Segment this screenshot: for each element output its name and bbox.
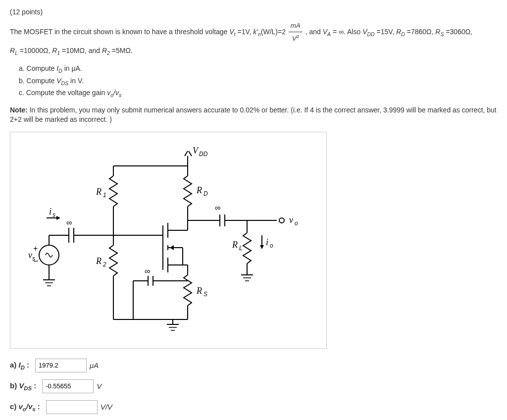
text: V xyxy=(292,35,297,42)
text: =10MΩ, and xyxy=(60,47,102,54)
svg-text:R: R xyxy=(96,187,101,197)
text: , and xyxy=(305,28,323,36)
svg-text:R: R xyxy=(96,256,101,266)
text: a) xyxy=(10,361,16,369)
unit: μA xyxy=(90,361,99,369)
text: = ∞. Also xyxy=(331,28,362,36)
points-label: (12 points) xyxy=(10,8,497,16)
answer-a-input[interactable] xyxy=(35,359,87,372)
text: =7860Ω, xyxy=(405,28,435,36)
answer-c-input[interactable] xyxy=(46,400,98,414)
text: in V. xyxy=(68,77,84,85)
text: mA xyxy=(289,20,303,32)
answer-b: b) VDS : V xyxy=(10,379,497,393)
svg-text:s: s xyxy=(52,211,55,218)
answer-c: c) vo/vs : V/V xyxy=(10,400,497,414)
svg-text:D: D xyxy=(203,190,208,197)
text: =10000Ω, xyxy=(18,47,52,54)
svg-text:o: o xyxy=(295,220,298,227)
answer-b-input[interactable] xyxy=(42,379,94,393)
text: b. Compute xyxy=(19,77,56,85)
svg-text:DD: DD xyxy=(199,151,208,158)
problem-statement: The MOSFET in the circuit shown is known… xyxy=(10,20,497,58)
circuit-diagram: .wire { stroke:#000; stroke-width:2; fil… xyxy=(10,132,327,349)
text: b) xyxy=(10,381,17,390)
text: (W/L)=2 xyxy=(261,28,286,36)
svg-text:v: v xyxy=(289,215,293,225)
text: c. Compute the voltage gain xyxy=(19,89,107,97)
text: =15V, xyxy=(375,28,396,36)
text: The MOSFET in the circuit shown is known… xyxy=(10,28,229,36)
svg-point-13 xyxy=(279,218,284,223)
text: DS xyxy=(24,385,32,391)
svg-text:V: V xyxy=(193,146,199,156)
svg-text:i: i xyxy=(266,237,268,247)
text: D xyxy=(21,365,25,370)
svg-text:S: S xyxy=(203,291,207,298)
svg-text:∞: ∞ xyxy=(215,204,220,212)
note-text: In this problem, you may only submit num… xyxy=(10,106,497,124)
text: v xyxy=(28,402,32,411)
svg-text:o: o xyxy=(270,242,273,249)
answer-a: a) ID : μA xyxy=(10,359,497,372)
text: v xyxy=(19,402,23,411)
text: o xyxy=(23,406,26,412)
text: =3060Ω, xyxy=(444,28,473,36)
svg-text:R: R xyxy=(196,185,202,195)
text: c) xyxy=(10,402,16,411)
svg-text:i: i xyxy=(49,207,51,216)
text: a. Compute xyxy=(19,64,56,72)
text: in μA. xyxy=(62,64,82,72)
svg-text:∞: ∞ xyxy=(66,218,72,227)
text: =1V, xyxy=(236,28,254,36)
svg-text:v: v xyxy=(28,250,32,260)
note-label: Note: xyxy=(10,106,28,114)
text: =5MΩ. xyxy=(110,47,133,54)
svg-text:s: s xyxy=(32,255,35,262)
svg-text:L: L xyxy=(239,245,243,252)
text: s xyxy=(32,406,35,412)
svg-text:1: 1 xyxy=(103,192,106,199)
svg-text:+: + xyxy=(33,244,38,253)
note: Note: In this problem, you may only subm… xyxy=(10,105,497,125)
unit: V xyxy=(97,382,101,390)
svg-text:R: R xyxy=(232,240,238,250)
svg-text:2: 2 xyxy=(102,261,106,268)
svg-text:R: R xyxy=(196,286,202,296)
question-list: a. Compute ID in μA. b. Compute VDS in V… xyxy=(19,63,497,100)
text: V xyxy=(19,381,24,390)
svg-text:∞: ∞ xyxy=(145,267,150,275)
unit: V/V xyxy=(101,403,112,411)
